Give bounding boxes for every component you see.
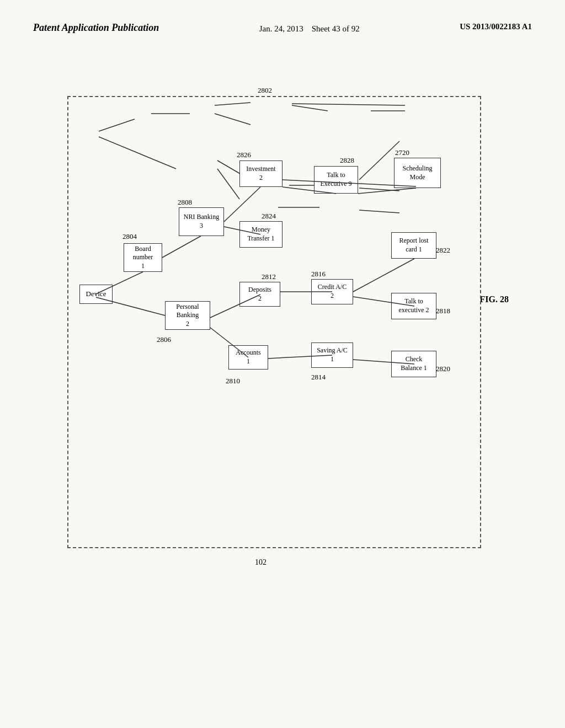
label-2810: 2810 (226, 377, 240, 386)
figure-label: FIG. 28 (480, 295, 509, 304)
label-2816: 2816 (311, 270, 326, 279)
publication-number: US 2013/0022183 A1 (460, 22, 532, 31)
publication-date-sheet: Jan. 24, 2013 Sheet 43 of 92 (259, 22, 360, 35)
svg-line-14 (359, 210, 399, 213)
svg-line-1 (99, 137, 176, 169)
label-2820: 2820 (436, 365, 450, 373)
node-report-lost-card: Report lostcard 1 (391, 232, 436, 259)
svg-line-8 (292, 104, 405, 105)
label-2822: 2822 (436, 246, 450, 255)
publication-title: Patent Application Publication (33, 22, 159, 34)
label-2808: 2808 (178, 198, 192, 207)
svg-line-24 (358, 188, 416, 194)
label-2802: 2802 (258, 86, 272, 95)
label-2806: 2806 (157, 335, 171, 344)
node-investment: Investment2 (239, 160, 282, 187)
pub-date: Jan. 24, 2013 (259, 24, 303, 33)
label-2828: 2828 (340, 156, 354, 165)
node-scheduling-mode: SchedulingMode (394, 158, 441, 188)
node-nri-banking: NRI Banking3 (179, 207, 224, 236)
svg-line-27 (353, 259, 414, 292)
node-talk-executive-2: Talk toexecutive 2 (391, 293, 436, 319)
node-personal-banking: PersonalBanking2 (165, 301, 210, 330)
svg-line-6 (217, 169, 239, 199)
svg-line-4 (215, 114, 250, 125)
node-saving-ac: Saving A/C1 (311, 342, 353, 368)
label-2814: 2814 (311, 373, 326, 382)
node-device: Device (79, 285, 113, 304)
node-board-number: Boardnumber1 (124, 243, 162, 272)
svg-line-0 (99, 119, 135, 131)
svg-line-13 (359, 188, 399, 191)
svg-line-3 (215, 103, 250, 105)
label-2720: 2720 (395, 148, 409, 157)
svg-line-17 (162, 236, 201, 258)
label-2826: 2826 (237, 151, 251, 159)
node-accounts: Accounts1 (228, 345, 268, 370)
outer-dashed-box: Device Boardnumber1 NRI Banking3 Persona… (67, 96, 481, 548)
svg-line-18 (224, 187, 260, 222)
node-check-balance: CheckBalance 1 (391, 351, 436, 377)
diagram-area: FIG. 28 (56, 63, 509, 625)
node-credit-ac: Credit A/C2 (311, 279, 353, 304)
label-102: 102 (255, 558, 266, 567)
node-talk-executive-9: Talk toExecutive 9 (314, 166, 358, 194)
node-money-transfer: MoneyTransfer 1 (239, 221, 282, 248)
page: Patent Application Publication Jan. 24, … (0, 0, 565, 728)
label-2804: 2804 (122, 232, 137, 241)
node-deposits: Deposits2 (239, 282, 280, 307)
label-2824: 2824 (262, 212, 276, 221)
header: Patent Application Publication Jan. 24, … (0, 0, 565, 46)
label-2818: 2818 (436, 307, 450, 315)
sheet-info: Sheet 43 of 92 (312, 24, 360, 33)
svg-line-7 (292, 105, 328, 111)
label-2812: 2812 (262, 272, 276, 281)
